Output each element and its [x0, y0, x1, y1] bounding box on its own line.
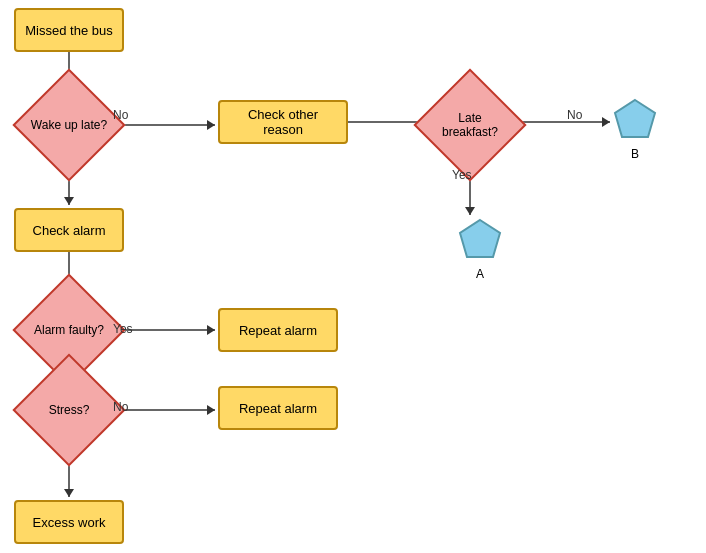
flowchart: Missed the bus Wake up late? Check other…	[0, 0, 706, 553]
late-breakfast-diamond: Late breakfast?	[430, 85, 510, 165]
excess-work-node: Excess work	[14, 500, 124, 544]
svg-marker-11	[64, 197, 74, 205]
no-late-breakfast-label: No	[567, 108, 582, 122]
pentagon-b: B	[610, 95, 660, 161]
svg-marker-24	[615, 100, 655, 137]
svg-marker-15	[207, 325, 215, 335]
svg-marker-3	[207, 120, 215, 130]
wake-up-late-diamond: Wake up late?	[29, 85, 109, 165]
repeat-alarm-1-node: Repeat alarm	[218, 308, 338, 352]
no-wake-label: No	[113, 108, 128, 122]
yes-late-label: Yes	[452, 168, 472, 182]
svg-marker-22	[64, 489, 74, 497]
svg-marker-20	[207, 405, 215, 415]
svg-marker-7	[602, 117, 610, 127]
svg-marker-9	[465, 207, 475, 215]
arrows-svg	[0, 0, 706, 553]
pentagon-a: A	[455, 215, 505, 281]
no-stress-label: No	[113, 400, 128, 414]
check-alarm-node: Check alarm	[14, 208, 124, 252]
stress-diamond: Stress?	[29, 370, 109, 450]
missed-bus-node: Missed the bus	[14, 8, 124, 52]
yes-alarm-label: Yes	[113, 322, 133, 336]
check-other-reason-node: Check other reason	[218, 100, 348, 144]
repeat-alarm-2-node: Repeat alarm	[218, 386, 338, 430]
svg-marker-23	[460, 220, 500, 257]
